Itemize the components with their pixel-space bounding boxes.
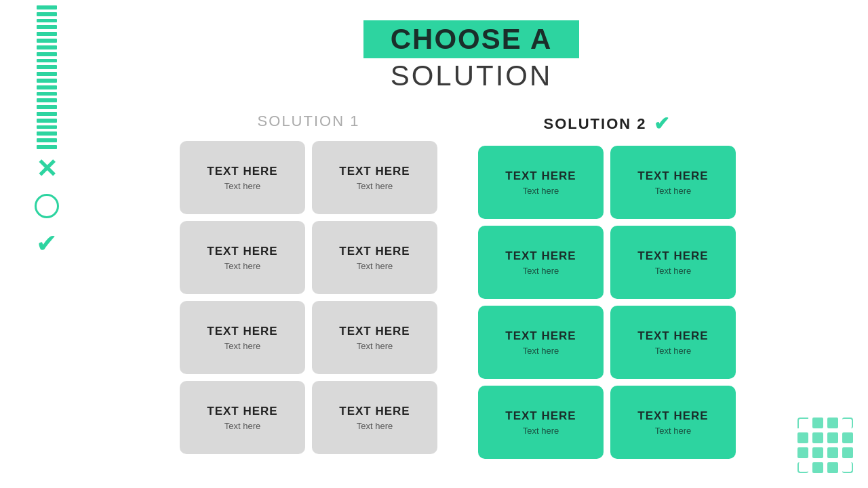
solution2-grid: TEXT HERE Text here TEXT HERE Text here … xyxy=(478,146,736,459)
solution2-column: SOLUTION 2 ✔ TEXT HERE Text here TEXT HE… xyxy=(478,113,736,459)
left-decorative-bar: ✕ ✔ xyxy=(37,0,57,488)
solution2-card5-title: TEXT HERE xyxy=(505,329,576,343)
deco-sq xyxy=(842,447,853,458)
title-line1: CHOOSE A xyxy=(363,20,579,58)
solution1-card3-title: TEXT HERE xyxy=(207,245,277,258)
solution2-card2-title: TEXT HERE xyxy=(637,169,708,183)
title-section: CHOOSE A SOLUTION xyxy=(363,20,579,92)
deco-corner-tl xyxy=(797,418,808,428)
solution2-card-3[interactable]: TEXT HERE Text here xyxy=(478,226,604,299)
solution2-card8-title: TEXT HERE xyxy=(637,409,708,423)
solution1-card5-title: TEXT HERE xyxy=(207,325,277,338)
solution2-card-8[interactable]: TEXT HERE Text here xyxy=(610,386,736,459)
stripe-group xyxy=(37,0,57,149)
deco-sq xyxy=(812,432,823,443)
deco-corner-tr xyxy=(842,418,853,428)
deco-sq xyxy=(797,432,808,443)
solution1-card6-subtitle: Text here xyxy=(357,341,393,351)
stripe xyxy=(37,119,57,123)
solution1-column: SOLUTION 1 TEXT HERE Text here TEXT HERE… xyxy=(180,113,437,459)
stripe xyxy=(37,19,57,23)
stripe xyxy=(37,52,57,56)
solution1-header: SOLUTION 1 xyxy=(258,113,360,130)
solution2-card6-subtitle: Text here xyxy=(655,346,691,356)
deco-sq xyxy=(812,462,823,473)
solution2-card8-subtitle: Text here xyxy=(655,426,691,436)
stripe xyxy=(37,92,57,96)
solution2-card6-title: TEXT HERE xyxy=(637,329,708,343)
stripe xyxy=(37,145,57,149)
solution1-card1-title: TEXT HERE xyxy=(207,165,277,178)
stripe xyxy=(37,85,57,89)
solution1-card2-title: TEXT HERE xyxy=(339,165,410,178)
solution1-card6-title: TEXT HERE xyxy=(339,325,410,338)
deco-sq xyxy=(827,418,838,428)
solution2-card-5[interactable]: TEXT HERE Text here xyxy=(478,306,604,379)
circle-icon xyxy=(35,194,59,218)
solution2-label: SOLUTION 2 xyxy=(543,115,646,133)
main-content: CHOOSE A SOLUTION SOLUTION 1 TEXT HERE T… xyxy=(75,0,868,488)
solution2-card3-subtitle: Text here xyxy=(523,266,559,276)
deco-sq xyxy=(827,432,838,443)
solution2-card7-title: TEXT HERE xyxy=(505,409,576,423)
stripe xyxy=(37,39,57,43)
solution1-card4-title: TEXT HERE xyxy=(339,245,410,258)
deco-sq xyxy=(827,447,838,458)
solution1-card-7[interactable]: TEXT HERE Text here xyxy=(180,381,305,454)
solution1-card8-subtitle: Text here xyxy=(357,421,393,431)
solution1-card1-subtitle: Text here xyxy=(224,181,260,191)
stripe xyxy=(37,59,57,63)
stripe xyxy=(37,125,57,129)
solution2-card2-subtitle: Text here xyxy=(655,186,691,196)
solution1-card-6[interactable]: TEXT HERE Text here xyxy=(312,301,437,374)
solution1-card-1[interactable]: TEXT HERE Text here xyxy=(180,141,305,214)
stripe xyxy=(37,45,57,49)
solution2-card4-title: TEXT HERE xyxy=(637,249,708,263)
deco-corner-br xyxy=(842,462,853,473)
solution2-card5-subtitle: Text here xyxy=(523,346,559,356)
deco-corner-bl xyxy=(797,462,808,473)
stripe xyxy=(37,79,57,83)
solution1-card2-subtitle: Text here xyxy=(357,181,393,191)
check-icon: ✔ xyxy=(36,230,58,256)
stripe xyxy=(37,12,57,16)
solution2-card-7[interactable]: TEXT HERE Text here xyxy=(478,386,604,459)
solution1-card3-subtitle: Text here xyxy=(224,261,260,271)
stripe xyxy=(37,138,57,142)
solution1-card8-title: TEXT HERE xyxy=(339,405,410,418)
stripe xyxy=(37,25,57,29)
solution2-card-4[interactable]: TEXT HERE Text here xyxy=(610,226,736,299)
stripe xyxy=(37,32,57,36)
solution1-card-3[interactable]: TEXT HERE Text here xyxy=(180,221,305,294)
title-line2: SOLUTION xyxy=(363,60,579,92)
stripe xyxy=(37,105,57,109)
solution1-card7-title: TEXT HERE xyxy=(207,405,277,418)
deco-sq xyxy=(797,447,808,458)
solution2-checkmark-icon: ✔ xyxy=(654,113,671,135)
deco-sq xyxy=(812,418,823,428)
stripe xyxy=(37,72,57,76)
solution1-card-5[interactable]: TEXT HERE Text here xyxy=(180,301,305,374)
solution2-card1-subtitle: Text here xyxy=(523,186,559,196)
solution2-card-1[interactable]: TEXT HERE Text here xyxy=(478,146,604,219)
solution2-card-2[interactable]: TEXT HERE Text here xyxy=(610,146,736,219)
solution2-card1-title: TEXT HERE xyxy=(505,169,576,183)
solution1-card-2[interactable]: TEXT HERE Text here xyxy=(312,141,437,214)
left-icon-group: ✕ ✔ xyxy=(35,156,59,256)
solution2-card4-subtitle: Text here xyxy=(655,266,691,276)
deco-sq xyxy=(827,462,838,473)
x-icon: ✕ xyxy=(36,156,58,182)
stripe xyxy=(37,98,57,102)
solution1-grid: TEXT HERE Text here TEXT HERE Text here … xyxy=(180,141,437,454)
solution1-card-4[interactable]: TEXT HERE Text here xyxy=(312,221,437,294)
deco-sq xyxy=(812,447,823,458)
solution1-card-8[interactable]: TEXT HERE Text here xyxy=(312,381,437,454)
stripe xyxy=(37,112,57,116)
solution1-card4-subtitle: Text here xyxy=(357,261,393,271)
solution1-card7-subtitle: Text here xyxy=(224,421,260,431)
solution2-card3-title: TEXT HERE xyxy=(505,249,576,263)
stripe xyxy=(37,131,57,136)
stripe xyxy=(37,65,57,69)
solution2-card-6[interactable]: TEXT HERE Text here xyxy=(610,306,736,379)
solution2-card7-subtitle: Text here xyxy=(523,426,559,436)
